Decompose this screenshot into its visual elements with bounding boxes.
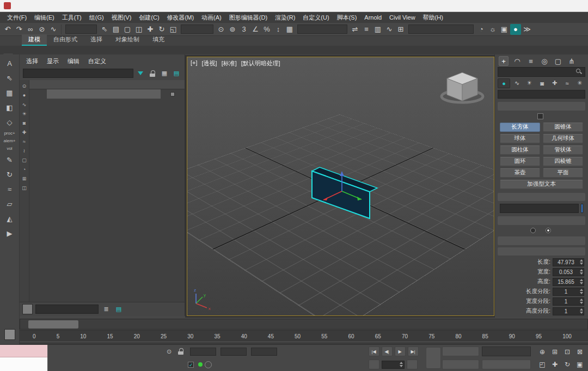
lights-category-icon[interactable]: ☀ [524,78,535,88]
spinner-arrows-icon[interactable] [579,299,584,304]
layers-icon[interactable]: ≣ [101,305,111,314]
menu-item[interactable]: 视图(V) [108,12,136,23]
parameter-spinner-field[interactable]: 1 [553,307,584,315]
set-keys-button[interactable] [426,347,441,369]
listener-macro-row[interactable] [0,345,47,357]
menu-item[interactable]: 脚本(S) [333,12,361,23]
redo-icon[interactable]: ↷ [14,24,24,35]
systems-category-icon[interactable]: ✳ [574,78,585,88]
viewcube[interactable] [437,63,487,113]
named-selection-sets-dropdown[interactable] [297,25,347,34]
lock-explorer-icon[interactable] [148,69,157,78]
project-path-field[interactable] [408,25,474,34]
spinner-arrows-icon[interactable] [579,289,584,294]
menu-item[interactable]: 修改器(M) [163,12,198,23]
ribbon-edge-icon[interactable]: ◇ [3,116,16,128]
selected-object-dropdown[interactable] [482,346,531,356]
menu-item[interactable]: 组(G) [85,12,108,23]
ribbon-select-icon[interactable]: ⇖ [3,72,16,84]
explorer-menu-item[interactable]: 编辑 [68,57,79,65]
ribbon-grid-icon[interactable]: ▦ [3,87,16,99]
y-field[interactable] [220,348,247,356]
explorer-menu-item[interactable]: 选择 [26,57,38,65]
rollout-keyboard-entry[interactable] [498,236,585,245]
object-type-button[interactable]: 平面 [543,168,583,178]
material-swatch[interactable] [4,329,15,340]
pan-icon[interactable]: ✚ [549,358,561,370]
object-type-button[interactable]: 长方体 [500,123,540,132]
viewport-label-menu[interactable]: [默认明暗处理] [241,59,280,68]
spinner-arrows-icon[interactable] [579,269,584,275]
lock-selection-icon[interactable] [176,346,186,356]
track-bar[interactable]: 0510152025303540455055606570758085909510… [20,330,588,344]
object-type-button[interactable]: 加强型文本 [500,180,583,189]
rendered-frame-icon[interactable]: ▣ [499,24,510,35]
modify-tab-icon[interactable]: ◠ [512,56,522,66]
object-type-button[interactable]: 圆环 [500,157,540,166]
ribbon-label-alem[interactable]: alem+ [3,138,15,143]
menu-item[interactable]: 渲染(R) [271,12,299,23]
zoom-region-icon[interactable]: ◰ [536,358,548,370]
parameter-spinner-field[interactable]: 0.053 [553,268,584,276]
select-scale-icon[interactable]: ◱ [168,24,179,35]
object-type-button[interactable]: 管状体 [543,145,583,155]
filter-all-icon[interactable]: ⊙ [21,82,28,89]
zoom-icon[interactable]: ⊕ [536,346,548,358]
frozen-toggle[interactable] [161,89,185,99]
filter-materials-icon[interactable]: ◔ [21,166,28,173]
filter-cameras-icon[interactable]: ◙ [21,119,28,126]
object-type-button[interactable]: 球体 [500,134,540,143]
filter-xrefs-icon[interactable]: ⊞ [21,175,28,182]
object-type-button[interactable]: 圆柱体 [500,145,540,155]
filter-shapes-icon[interactable]: ∿ [21,101,28,108]
prev-frame-button[interactable] [369,360,379,369]
explorer-settings-icon[interactable]: ▤ [171,69,181,78]
menu-item[interactable]: Arnold [360,12,385,23]
select-manipulate-icon[interactable]: ⊚ [227,24,238,35]
menu-item[interactable]: 创建(C) [135,12,163,23]
undo-icon[interactable]: ↶ [2,24,13,35]
ribbon-relax-icon[interactable]: ≈ [3,183,16,195]
percent-snap-icon[interactable]: % [261,24,272,35]
object-color-swatch[interactable] [581,204,583,213]
radio-cube[interactable] [530,228,538,233]
ribbon-label-vol[interactable]: vol [7,146,12,151]
filter-bones-icon[interactable]: ≀ [21,147,28,154]
search-input[interactable] [501,69,576,75]
spinner-snap-icon[interactable]: ↕ [273,24,284,35]
perspective-viewport[interactable]: x y z [+][透视][标准][默认明暗处理] [187,57,494,316]
menu-item[interactable]: 编辑(E) [30,12,58,23]
x-field[interactable] [190,348,216,356]
rect-region-icon[interactable]: ▢ [122,24,133,35]
menu-item[interactable]: 图形编辑器(D) [225,12,271,23]
primitive-type-dropdown[interactable] [498,90,585,99]
parameter-spinner-field[interactable]: 15.865 [553,278,584,286]
time-slider[interactable] [20,319,588,330]
parameter-spinner-field[interactable]: 47.973 [553,258,584,266]
filter-helpers-icon[interactable]: ✚ [21,129,28,136]
spinner-arrows-icon[interactable] [579,279,584,284]
maximize-viewport-icon[interactable]: ▣ [574,358,586,370]
angle-snap-icon[interactable]: ∠ [250,24,261,35]
spinner-arrows-icon[interactable] [399,362,404,367]
menu-item[interactable]: 工具(T) [58,12,85,23]
rollout-parameters[interactable] [498,247,585,256]
ribbon-pen-icon[interactable]: ✎ [3,154,16,166]
select-move-icon[interactable]: ✚ [145,24,156,35]
maxscript-mini-listener[interactable] [0,345,48,371]
object-type-button[interactable]: 几何球体 [543,134,583,143]
object-name-cell[interactable] [47,89,161,99]
display-tab-icon[interactable]: ▢ [553,56,563,66]
menu-item[interactable]: 动画(A) [198,12,225,23]
spinner-arrows-icon[interactable] [579,259,584,265]
filter-spacewarps-icon[interactable]: ≈ [21,138,28,145]
z-field[interactable] [251,348,277,356]
spacewarps-category-icon[interactable]: ≈ [561,78,573,88]
viewport-label-menu[interactable]: [+] [191,59,198,68]
layer-dropdown[interactable] [35,305,99,314]
cameras-category-icon[interactable]: ◙ [536,78,548,88]
autogrid-checkbox[interactable] [537,113,543,119]
ribbon-tab[interactable]: 自由形式 [47,34,84,46]
object-type-button[interactable]: 茶壶 [500,168,540,178]
select-rotate-icon[interactable]: ↻ [156,24,167,35]
